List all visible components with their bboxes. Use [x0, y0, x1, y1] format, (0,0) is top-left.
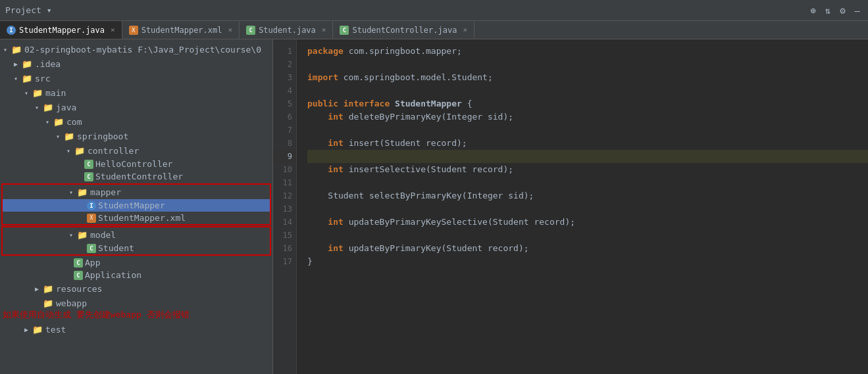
tab-close-3[interactable]: × — [322, 26, 326, 34]
tree-item-idea[interactable]: ▶ 📁 .idea — [0, 57, 272, 71]
sidebar: ▾ 📁 02-springboot-mybatis F:\Java_Projec… — [0, 39, 273, 374]
project-title: Project — [5, 5, 41, 15]
tab-close-2[interactable]: × — [228, 26, 233, 34]
tree-item-resources[interactable]: ▶ 📁 resources — [0, 281, 272, 296]
tab-icon-xml: X — [129, 26, 138, 35]
code-line-11 — [307, 176, 868, 189]
line-num-1: 1 — [273, 45, 296, 58]
label-studentmapperxml: StudentMapper.xml — [98, 213, 186, 223]
tree-item-webapp[interactable]: 📁 webapp 如果使用自动生成 要先创建webapp 否则会报错 — [0, 296, 272, 322]
line-num-2: 2 — [273, 58, 296, 71]
top-bar-icons: ⊕ ⇅ ⚙ — — [807, 4, 863, 17]
label-hellocontroller: HelloController — [95, 159, 172, 169]
line-num-3: 3 — [273, 71, 296, 84]
line-num-8: 8 — [273, 137, 296, 150]
class-icon-hello: C — [84, 160, 93, 169]
arrow-src: ▾ — [11, 75, 21, 82]
code-line-2 — [307, 58, 868, 71]
red-box-model: ▾ 📁 model C Student — [1, 226, 271, 256]
line-num-6: 6 — [273, 110, 296, 124]
tree-item-studentmapperxml[interactable]: X StudentMapper.xml — [3, 212, 270, 224]
arrow-controller: ▾ — [63, 147, 74, 154]
line-num-13: 13 — [273, 202, 296, 216]
folder-icon-root: 📁 — [11, 43, 22, 55]
folder-icon-springboot: 📁 — [63, 130, 75, 142]
tree-item-studentmapper[interactable]: I StudentMapper — [3, 199, 270, 212]
label-main: main — [45, 88, 66, 98]
arrow-springboot: ▾ — [53, 133, 63, 140]
tree-item-root[interactable]: ▾ 📁 02-springboot-mybatis F:\Java_Projec… — [0, 42, 272, 57]
code-line-5: public interface StudentMapper { — [307, 97, 868, 110]
tree-item-student[interactable]: C Student — [3, 242, 270, 254]
label-controller: controller — [88, 146, 139, 156]
tree-item-hellocontroller[interactable]: C HelloController — [0, 158, 272, 170]
line-num-14: 14 — [273, 216, 296, 229]
folder-icon-mapper: 📁 — [76, 186, 88, 198]
line-numbers: 1 2 3 4 5 6 7 8 9 10 11 12 13 14 15 16 1… — [273, 39, 297, 374]
tree-item-application[interactable]: C Application — [0, 269, 272, 281]
folder-icon-idea: 📁 — [21, 58, 33, 70]
code-line-8: int insert(Student record); — [307, 137, 868, 150]
tree-item-controller[interactable]: ▾ 📁 controller — [0, 143, 272, 158]
tree-item-com[interactable]: ▾ 📁 com — [0, 114, 272, 129]
folder-icon-test: 📁 — [32, 323, 43, 335]
xml-icon-studentmapper: X — [87, 214, 96, 223]
code-line-17: } — [307, 255, 868, 268]
sort-icon[interactable]: ⇅ — [823, 4, 833, 17]
tab-studentmapper-xml[interactable]: X StudentMapper.xml × — [122, 21, 240, 39]
tab-icon-interface: I — [7, 26, 16, 35]
tree-item-app[interactable]: C App — [0, 256, 272, 269]
tab-close-1[interactable]: × — [111, 26, 115, 34]
line-num-9: 9 — [273, 150, 296, 163]
code-content: package com.springboot.mapper; import co… — [297, 39, 868, 374]
tab-student-java[interactable]: C Student.java × — [240, 21, 333, 39]
folder-icon-src: 📁 — [21, 72, 33, 84]
minimize-icon[interactable]: — — [852, 4, 863, 17]
code-line-1: package com.springboot.mapper; — [307, 45, 868, 58]
folder-icon-model: 📁 — [76, 229, 88, 241]
tab-label-2: StudentMapper.xml — [141, 26, 222, 35]
label-mapper: mapper — [90, 187, 121, 197]
tab-label-3: Student.java — [259, 26, 316, 35]
line-num-7: 7 — [273, 124, 296, 137]
settings-icon[interactable]: ⚙ — [837, 4, 848, 17]
label-springboot: springboot — [77, 131, 128, 141]
code-line-10: int insertSelective(Student record); — [307, 163, 868, 176]
tree-item-studentcontroller[interactable]: C StudentController — [0, 170, 272, 183]
folder-icon-webapp: 📁 — [42, 297, 54, 309]
label-com: com — [66, 117, 82, 127]
line-num-10: 10 — [273, 163, 296, 176]
code-line-3: import com.springboot.model.Student; — [307, 71, 868, 84]
tree-item-mapper[interactable]: ▾ 📁 mapper — [3, 185, 270, 199]
label-app: App — [85, 258, 100, 268]
add-icon[interactable]: ⊕ — [807, 4, 818, 17]
tab-close-4[interactable]: × — [463, 26, 467, 34]
code-editor[interactable]: 1 2 3 4 5 6 7 8 9 10 11 12 13 14 15 16 1… — [273, 39, 868, 374]
line-num-5: 5 — [273, 97, 296, 110]
tab-studentmapper-java[interactable]: I StudentMapper.java × — [0, 21, 122, 39]
tree-item-model[interactable]: ▾ 📁 model — [3, 227, 270, 242]
tab-studentcontroller-java[interactable]: C StudentController.java × — [333, 21, 474, 39]
file-tree: ▾ 📁 02-springboot-mybatis F:\Java_Projec… — [0, 39, 272, 374]
line-num-15: 15 — [273, 229, 296, 242]
code-line-9 — [307, 150, 868, 163]
tree-item-springboot[interactable]: ▾ 📁 springboot — [0, 129, 272, 143]
main-area: ▾ 📁 02-springboot-mybatis F:\Java_Projec… — [0, 39, 868, 374]
tree-item-java[interactable]: ▾ 📁 java — [0, 100, 272, 114]
code-line-7 — [307, 124, 868, 137]
tree-item-src[interactable]: ▾ 📁 src — [0, 71, 272, 85]
code-line-4 — [307, 84, 868, 97]
folder-icon-com: 📁 — [53, 116, 64, 128]
label-studentmapper: StudentMapper — [98, 200, 165, 210]
label-resources: resources — [56, 284, 102, 294]
label-webapp: webapp — [56, 298, 87, 308]
class-icon-studentcontroller: C — [84, 172, 93, 181]
code-line-14: int updateByPrimaryKeySelective(Student … — [307, 216, 868, 229]
arrow-java: ▾ — [32, 104, 42, 111]
tree-item-main[interactable]: ▾ 📁 main — [0, 85, 272, 100]
code-line-16: int updateByPrimaryKey(Student record); — [307, 242, 868, 255]
arrow-test: ▶ — [21, 326, 32, 333]
tree-item-test[interactable]: ▶ 📁 test — [0, 322, 272, 337]
folder-icon-controller: 📁 — [74, 145, 86, 156]
label-student: Student — [98, 243, 134, 253]
